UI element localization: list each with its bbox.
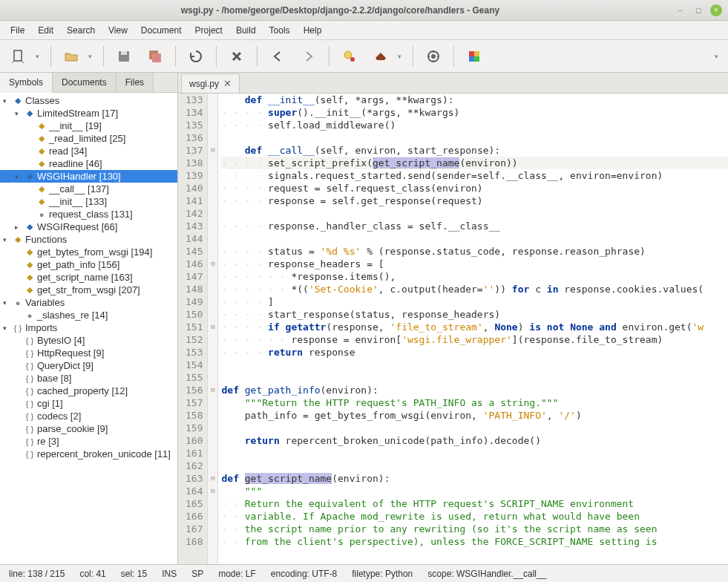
sidebar-tab-symbols[interactable]: Symbols xyxy=(0,73,53,93)
menu-help[interactable]: Help xyxy=(298,23,328,38)
save-button[interactable] xyxy=(110,44,138,69)
toolbar-overflow-icon[interactable]: ▾ xyxy=(715,53,724,60)
tree-item[interactable]: ▾{ }Imports xyxy=(0,321,177,334)
svg-point-5 xyxy=(344,51,352,59)
tree-item[interactable]: { }cgi [1] xyxy=(0,397,177,410)
menu-view[interactable]: View xyxy=(102,23,134,38)
nav-back-button[interactable] xyxy=(263,44,292,69)
fold-column[interactable]: ⊟⊟⊟⊟⊟⊟ xyxy=(208,94,218,564)
tree-item[interactable]: { }repercent_broken_unicode [11] xyxy=(0,448,177,460)
status-line: line: 138 / 215 xyxy=(9,569,65,579)
nav-forward-button[interactable] xyxy=(295,44,323,69)
sidebar-tab-files[interactable]: Files xyxy=(117,73,154,92)
tree-item[interactable]: { }parse_cookie [9] xyxy=(0,422,177,435)
menu-tools[interactable]: Tools xyxy=(263,23,296,38)
compile-button[interactable] xyxy=(335,44,364,69)
open-dropdown-icon[interactable]: ▾ xyxy=(88,53,97,60)
new-dropdown-icon[interactable]: ▾ xyxy=(36,53,45,60)
close-icon[interactable]: ✕ xyxy=(223,78,232,89)
build-button[interactable] xyxy=(367,44,395,69)
tree-item[interactable]: ◆readline [46] xyxy=(0,157,177,170)
tree-item[interactable]: ▸◆WSGIRequest [66] xyxy=(0,220,177,233)
status-ins: INS xyxy=(162,569,177,579)
tree-item[interactable]: { }HttpRequest [9] xyxy=(0,347,177,359)
tree-item[interactable]: ◆get_script_name [163] xyxy=(0,271,177,284)
svg-rect-10 xyxy=(474,51,479,56)
svg-point-6 xyxy=(350,57,355,62)
menu-build[interactable]: Build xyxy=(230,23,262,38)
tree-item[interactable]: ◆__call__ [137] xyxy=(0,183,177,195)
open-file-button[interactable] xyxy=(57,44,85,69)
build-dropdown-icon[interactable]: ▾ xyxy=(398,53,407,60)
window-maximize-button[interactable]: ◻ xyxy=(692,4,704,16)
tree-item[interactable]: ◆get_bytes_from_wsgi [194] xyxy=(0,246,177,258)
tree-item[interactable]: { }codecs [2] xyxy=(0,410,177,422)
new-file-button[interactable] xyxy=(4,44,33,69)
tree-item[interactable]: { }BytesIO [4] xyxy=(0,334,177,347)
tree-item[interactable]: { }cached_property [12] xyxy=(0,385,177,397)
tree-item[interactable]: ◆read [34] xyxy=(0,145,177,157)
statusbar: line: 138 / 215 col: 41 sel: 15 INS SP m… xyxy=(0,564,728,582)
svg-rect-4 xyxy=(152,53,161,62)
toolbar: ▾ ▾ ▾ ▾ xyxy=(0,40,728,73)
svg-rect-2 xyxy=(121,51,127,55)
code-editor[interactable]: 1331341351361371381391401411421431441451… xyxy=(178,94,728,564)
svg-rect-0 xyxy=(14,50,22,61)
editor-tab-label: wsgi.py xyxy=(189,79,219,89)
close-button[interactable] xyxy=(223,44,251,69)
svg-rect-9 xyxy=(469,51,474,56)
window-close-button[interactable]: × xyxy=(710,4,722,16)
tree-item[interactable]: { }QueryDict [9] xyxy=(0,359,177,372)
status-scope: scope: WSGIHandler.__call__ xyxy=(427,569,546,579)
sidebar-tabs: SymbolsDocumentsFiles xyxy=(0,73,177,93)
tree-item[interactable]: ◆__init__ [133] xyxy=(0,195,177,208)
status-encoding: encoding: UTF-8 xyxy=(271,569,337,579)
tree-item[interactable]: ▾◆LimitedStream [17] xyxy=(0,107,177,120)
tree-item[interactable]: ●_slashes_re [14] xyxy=(0,309,177,321)
editor-tabs: wsgi.py ✕ xyxy=(178,73,728,94)
editor-area: wsgi.py ✕ 133134135136137138139140141142… xyxy=(178,73,728,564)
symbols-tree[interactable]: ▾◆Classes▾◆LimitedStream [17]◆__init__ [… xyxy=(0,93,177,564)
code-content[interactable]: def __init__(self, *args, **kwargs):· · … xyxy=(218,94,728,564)
sidebar-tab-documents[interactable]: Documents xyxy=(53,73,117,92)
tree-item[interactable]: ◆__init__ [19] xyxy=(0,120,177,132)
color-chooser-button[interactable] xyxy=(460,44,488,69)
svg-rect-12 xyxy=(474,56,479,62)
tree-item[interactable]: { }re [3] xyxy=(0,435,177,448)
tree-item[interactable]: { }base [8] xyxy=(0,372,177,385)
tree-item[interactable]: ▾◆WSGIHandler [130] xyxy=(0,170,177,183)
sidebar: SymbolsDocumentsFiles ▾◆Classes▾◆Limited… xyxy=(0,73,178,564)
tree-item[interactable]: ◆_read_limited [25] xyxy=(0,132,177,145)
tree-item[interactable]: ▾◆Functions xyxy=(0,233,177,246)
menubar: FileEditSearchViewDocumentProjectBuildTo… xyxy=(0,21,728,40)
tree-item[interactable]: ◆get_path_info [156] xyxy=(0,258,177,271)
menu-edit[interactable]: Edit xyxy=(32,23,59,38)
reload-button[interactable] xyxy=(182,44,210,69)
menu-document[interactable]: Document xyxy=(135,23,188,38)
menu-search[interactable]: Search xyxy=(61,23,101,38)
status-sel: sel: 15 xyxy=(121,569,147,579)
menu-file[interactable]: File xyxy=(4,23,30,38)
tree-item[interactable]: ●request_class [131] xyxy=(0,208,177,220)
status-mode: mode: LF xyxy=(218,569,256,579)
editor-tab-wsgi[interactable]: wsgi.py ✕ xyxy=(181,73,240,93)
save-all-button[interactable] xyxy=(141,44,169,69)
line-number-gutter: 1331341351361371381391401411421431441451… xyxy=(178,94,208,564)
window-minimize-button[interactable]: – xyxy=(675,4,686,16)
window-title: wsgi.py - /home/george/Desktop/django-2.… xyxy=(6,5,675,16)
status-filetype: filetype: Python xyxy=(352,569,413,579)
status-col: col: 41 xyxy=(79,569,105,579)
tree-item[interactable]: ◆get_str_from_wsgi [207] xyxy=(0,284,177,296)
svg-rect-11 xyxy=(469,56,474,62)
menu-project[interactable]: Project xyxy=(189,23,229,38)
tree-item[interactable]: ▾◆Classes xyxy=(0,94,177,107)
tree-item[interactable]: ▾●Variables xyxy=(0,296,177,309)
execute-button[interactable] xyxy=(419,44,447,69)
titlebar: wsgi.py - /home/george/Desktop/django-2.… xyxy=(0,0,728,21)
status-sp: SP xyxy=(191,569,203,579)
svg-point-8 xyxy=(431,54,436,59)
